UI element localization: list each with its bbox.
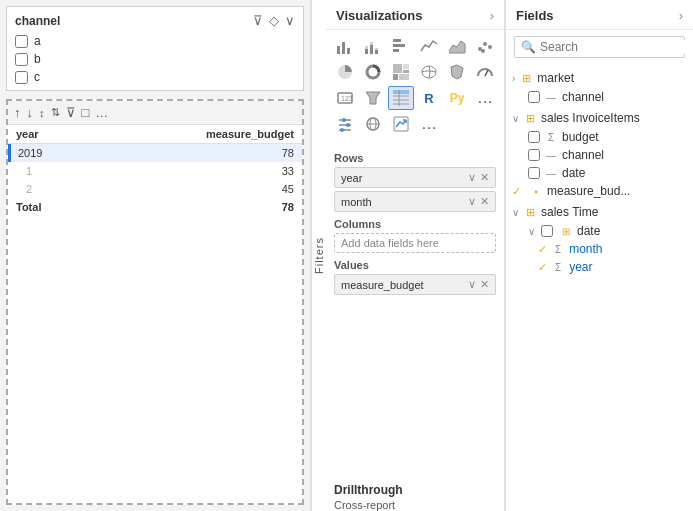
- field-zones: Rows year ∨ ✕ month ∨ ✕ Columns Add: [326, 140, 504, 475]
- search-box[interactable]: 🔍: [514, 36, 685, 58]
- label-b: b: [34, 52, 41, 66]
- pie-chart-icon[interactable]: [332, 60, 358, 84]
- svg-marker-26: [366, 92, 380, 104]
- market-section: › ⊞ market — channel: [506, 68, 693, 106]
- checkbox-a[interactable]: [15, 35, 28, 48]
- measure-icon: ▪: [529, 184, 543, 198]
- slicer-icon[interactable]: [332, 112, 358, 136]
- r-script-icon[interactable]: R: [416, 86, 442, 110]
- filled-map-icon[interactable]: [444, 60, 470, 84]
- svg-rect-7: [375, 50, 378, 54]
- svg-rect-3: [365, 49, 368, 54]
- check-yellow-icon2: ✓: [538, 243, 547, 256]
- date-label: date: [562, 166, 585, 180]
- scatter-icon[interactable]: [472, 34, 498, 58]
- list-item: ✓ ▪ measure_bud...: [506, 182, 693, 200]
- columns-add[interactable]: Add data fields here: [334, 233, 496, 253]
- sales-time-section: ∨ ⊞ sales Time ∨ ⊞ date ✓ Σ month ✓ Σ ye…: [506, 202, 693, 276]
- expand-icon[interactable]: □: [82, 105, 90, 120]
- more-icon[interactable]: …: [95, 105, 108, 120]
- filter-card-icons: ⊽ ◇ ∨: [253, 13, 295, 28]
- svg-rect-10: [393, 44, 405, 47]
- horiz-bar-icon[interactable]: [388, 34, 414, 58]
- map-icon[interactable]: [416, 60, 442, 84]
- list-item: ✓ Σ year: [506, 258, 693, 276]
- globe-icon[interactable]: [360, 112, 386, 136]
- svg-rect-17: [393, 64, 402, 73]
- filters-label[interactable]: Filters: [311, 0, 326, 511]
- text-icon: —: [544, 168, 558, 179]
- gauge-icon[interactable]: [472, 60, 498, 84]
- matrix-icon[interactable]: [388, 86, 414, 110]
- center-main: Filters Visualizations ›: [311, 0, 504, 511]
- month-pill-label: month: [341, 196, 372, 208]
- expand-icon[interactable]: ∨: [468, 171, 476, 184]
- fields-header: Fields ›: [506, 0, 693, 30]
- channel-checkbox2[interactable]: [528, 149, 540, 161]
- svg-rect-0: [337, 46, 340, 54]
- more-viz-icon[interactable]: …: [472, 86, 498, 110]
- fields-nav[interactable]: ›: [679, 8, 683, 23]
- expand-icon[interactable]: ∨: [468, 278, 476, 291]
- month-label: month: [569, 242, 602, 256]
- svg-rect-1: [342, 42, 345, 54]
- line-chart-icon[interactable]: [416, 34, 442, 58]
- svg-line-23: [485, 70, 488, 76]
- filter-icon[interactable]: ⊽: [253, 13, 263, 28]
- more2-icon[interactable]: …: [416, 112, 442, 136]
- card-icon[interactable]: 123: [332, 86, 358, 110]
- svg-rect-41: [394, 117, 408, 131]
- sales-invoiceitems-header[interactable]: ∨ ⊞ sales InvoiceItems: [506, 108, 693, 128]
- area-chart-icon[interactable]: [444, 34, 470, 58]
- filter-icon[interactable]: ⊽: [66, 105, 76, 120]
- svg-point-35: [346, 123, 350, 127]
- table-icon: ⊞: [523, 111, 537, 125]
- measure-budget-pill[interactable]: measure_budget ∨ ✕: [334, 274, 496, 295]
- treemap-icon[interactable]: [388, 60, 414, 84]
- month-pill[interactable]: month ∨ ✕: [334, 191, 496, 212]
- viz-nav-right[interactable]: ›: [490, 8, 494, 23]
- search-input[interactable]: [540, 40, 690, 54]
- expand-icon[interactable]: ∨: [468, 195, 476, 208]
- drillthrough-sub: Cross-report: [334, 499, 496, 511]
- sales-time-header[interactable]: ∨ ⊞ sales Time: [506, 202, 693, 222]
- remove-icon[interactable]: ✕: [480, 171, 489, 184]
- stacked-bar-icon[interactable]: [360, 34, 386, 58]
- svg-point-37: [340, 128, 344, 132]
- budget-label: budget: [562, 130, 599, 144]
- bar-chart-icon[interactable]: [332, 34, 358, 58]
- remove-icon[interactable]: ✕: [480, 278, 489, 291]
- year-pill-label: year: [341, 172, 362, 184]
- checkbox-b[interactable]: [15, 53, 28, 66]
- kpi-icon[interactable]: [388, 112, 414, 136]
- data-table: year measure_budget 2019 78 1 33 2 45: [8, 125, 302, 216]
- drillthrough-section: Drillthrough Cross-report: [326, 475, 504, 511]
- cell-budget: 45: [93, 180, 302, 198]
- viz-icons-row-3: 123 R Py …: [332, 86, 498, 110]
- market-name: market: [537, 71, 574, 85]
- cell-budget: 33: [93, 162, 302, 180]
- funnel-icon[interactable]: [360, 86, 386, 110]
- donut-icon[interactable]: [360, 60, 386, 84]
- date-checkbox[interactable]: [528, 167, 540, 179]
- checkbox-c[interactable]: [15, 71, 28, 84]
- sort-desc-icon[interactable]: ↓: [27, 105, 34, 120]
- sort-asc2-icon[interactable]: ↕: [39, 107, 45, 119]
- date-checkbox2[interactable]: [541, 225, 553, 237]
- market-header[interactable]: › ⊞ market: [506, 68, 693, 88]
- viz-panel: Visualizations ›: [326, 0, 504, 511]
- remove-icon[interactable]: ✕: [480, 195, 489, 208]
- python-icon[interactable]: Py: [444, 86, 470, 110]
- sort-asc-icon[interactable]: ↑: [14, 105, 21, 120]
- values-label: Values: [334, 259, 496, 271]
- budget-checkbox[interactable]: [528, 131, 540, 143]
- col-measure-budget: measure_budget: [93, 125, 302, 144]
- eraser-icon[interactable]: ◇: [269, 13, 279, 28]
- sort-group-icon[interactable]: ⇅: [51, 106, 60, 119]
- expand-icon[interactable]: ∨: [285, 13, 295, 28]
- svg-rect-2: [347, 48, 350, 54]
- channel-checkbox[interactable]: [528, 91, 540, 103]
- chevron-down-icon: ∨: [512, 207, 519, 218]
- svg-point-15: [481, 49, 485, 53]
- year-pill[interactable]: year ∨ ✕: [334, 167, 496, 188]
